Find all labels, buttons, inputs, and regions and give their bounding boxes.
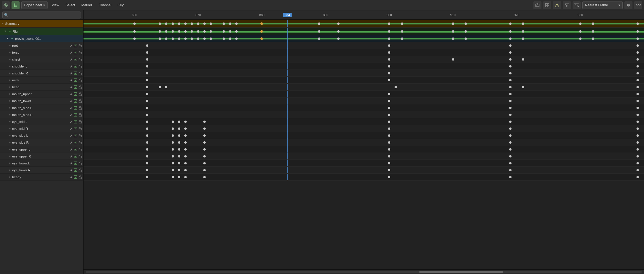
keyframe-mouth_lower-919[interactable] <box>509 100 512 102</box>
tl-row-root[interactable] <box>84 42 644 49</box>
keyframe-summary-867[interactable] <box>178 22 180 25</box>
warning-icon[interactable]: ! <box>553 1 561 9</box>
expand-previs[interactable]: ▼ <box>6 37 9 40</box>
menu-channel[interactable]: Channel <box>96 2 114 8</box>
checkbox-icon[interactable] <box>73 154 77 158</box>
keyframe-rig-870[interactable] <box>197 30 199 33</box>
keyframe-root-939[interactable] <box>637 44 639 47</box>
checkbox-icon[interactable] <box>73 134 77 138</box>
keyframe-head-921[interactable] <box>522 86 524 88</box>
tl-row-heady[interactable] <box>84 174 644 181</box>
expand-mouth_side_r[interactable]: ▶ <box>8 113 12 117</box>
tl-row-mouth_lower[interactable] <box>84 97 644 104</box>
wrench-icon[interactable] <box>69 92 73 96</box>
keyframe-torso-900[interactable] <box>388 51 390 54</box>
checkbox-icon[interactable] <box>73 44 77 48</box>
tl-row-mouth_upper[interactable] <box>84 91 644 97</box>
keyframe-rig-871[interactable] <box>203 30 206 33</box>
keyframe-torso-939[interactable] <box>637 51 639 54</box>
keyframe-rig-860[interactable] <box>133 30 136 33</box>
row-shoulder_r[interactable]: ▶shoulder.R <box>0 70 83 77</box>
keyframe-eye_mid_r-871[interactable] <box>203 127 206 130</box>
keyframe-rig-892[interactable] <box>337 30 340 33</box>
keyframe-previs-872[interactable] <box>210 37 212 40</box>
keyframe-eye_upper_r-868[interactable] <box>184 155 187 157</box>
keyframe-rig-868[interactable] <box>184 30 187 33</box>
keyframe-eye_side_l-868[interactable] <box>184 134 187 137</box>
row-eye_mid_l[interactable]: ▶eye_mid.L <box>0 118 83 125</box>
expand-eye_upper_r[interactable]: ▶ <box>8 155 12 158</box>
keyframe-rig-910[interactable] <box>452 30 454 33</box>
keyframe-shoulder_l-919[interactable] <box>509 65 512 67</box>
expand-head[interactable]: ▶ <box>8 85 12 89</box>
expand-torso[interactable]: ▶ <box>8 51 12 54</box>
keyframe-eye_lower_r-919[interactable] <box>509 169 512 171</box>
keyframe-eye_side_l-871[interactable] <box>203 134 206 137</box>
row-eye_lower_r[interactable]: ▶eye_lower.R <box>0 167 83 174</box>
keyframe-eye_upper_r-919[interactable] <box>509 155 512 157</box>
lock-icon[interactable] <box>78 147 82 151</box>
tl-row-neck[interactable] <box>84 77 644 84</box>
checkbox-icon[interactable] <box>73 85 77 89</box>
lock-icon[interactable] <box>78 154 82 158</box>
keyframe-shoulder_r-862[interactable] <box>146 72 148 74</box>
lock-icon[interactable] <box>78 92 82 96</box>
keyframe-head-901[interactable] <box>395 86 397 88</box>
keyframe-rig-889[interactable] <box>318 30 320 33</box>
nearest-frame-dropdown[interactable]: Nearest Frame ▾ <box>582 1 623 9</box>
checkbox-icon[interactable] <box>73 127 77 131</box>
keyframe-eye_upper_r-939[interactable] <box>637 155 639 157</box>
tl-row-eye_mid_l[interactable] <box>84 118 644 125</box>
wrench-icon[interactable] <box>69 64 73 68</box>
keyframe-previs-874[interactable] <box>223 37 225 40</box>
keyframe-rig-930[interactable] <box>579 30 582 33</box>
keyframe-previs-876[interactable] <box>235 37 238 40</box>
keyframe-rig-865[interactable] <box>165 30 167 33</box>
keyframe-chest-862[interactable] <box>146 58 148 61</box>
keyframe-summary-871[interactable] <box>203 22 206 25</box>
keyframe-previs-867[interactable] <box>178 37 180 40</box>
keyframe-eye_upper_l-871[interactable] <box>203 148 206 151</box>
checkbox-icon[interactable] <box>73 50 77 55</box>
tl-row-torso[interactable] <box>84 49 644 56</box>
row-root[interactable]: ▶root <box>0 42 83 49</box>
keyframe-eye_mid_l-867[interactable] <box>178 121 180 123</box>
keyframe-eye_side_l-900[interactable] <box>388 134 390 137</box>
lock-icon[interactable] <box>78 175 82 179</box>
row-shoulder_l[interactable]: ▶shoulder.L <box>0 63 83 70</box>
keyframe-previs-871[interactable] <box>203 37 206 40</box>
expand-summary[interactable]: ▼ <box>1 22 5 25</box>
keyframe-previs-912[interactable] <box>465 37 467 40</box>
keyframe-eye_side_r-862[interactable] <box>146 141 148 144</box>
keyframe-previs-902[interactable] <box>401 37 403 40</box>
tl-row-chest[interactable] <box>84 56 644 63</box>
row-eye_side_r[interactable]: ▶eye_side.R <box>0 139 83 146</box>
tl-row-eye_lower_r[interactable] <box>84 167 644 174</box>
checkbox-icon[interactable] <box>73 140 77 144</box>
keyframe-summary-889[interactable] <box>318 22 320 25</box>
keyframe-mouth_side_l-919[interactable] <box>509 107 512 109</box>
menu-view[interactable]: View <box>49 2 61 8</box>
keyframe-eye_side_r-919[interactable] <box>509 141 512 144</box>
keyframe-summary-919[interactable] <box>509 22 512 25</box>
tl-row-eye_side_l[interactable] <box>84 132 644 139</box>
keyframe-eye_side_r-868[interactable] <box>184 141 187 144</box>
keyframe-mouth_upper-862[interactable] <box>146 93 148 95</box>
keyframe-shoulder_r-939[interactable] <box>637 72 639 74</box>
keyframe-eye_side_r-939[interactable] <box>637 141 639 144</box>
keyframe-summary-860[interactable] <box>133 22 136 25</box>
lock-icon[interactable] <box>78 78 82 82</box>
menu-marker[interactable]: Marker <box>79 2 94 8</box>
keyframe-eye_lower_r-867[interactable] <box>178 169 180 171</box>
checkbox-icon[interactable] <box>73 64 77 68</box>
keyframe-eye_upper_l-867[interactable] <box>178 148 180 151</box>
row-chest[interactable]: ▶chest <box>0 56 83 63</box>
checkbox-icon[interactable] <box>73 92 77 96</box>
tl-row-mouth_side_r[interactable] <box>84 111 644 118</box>
keyframe-rig-921[interactable] <box>522 30 524 33</box>
keyframe-rig-902[interactable] <box>401 30 403 33</box>
keyframe-rig-900[interactable] <box>388 30 390 33</box>
keyframe-rig-912[interactable] <box>465 30 467 33</box>
keyframe-mouth_lower-900[interactable] <box>388 100 390 102</box>
wrench-icon[interactable] <box>69 99 73 103</box>
